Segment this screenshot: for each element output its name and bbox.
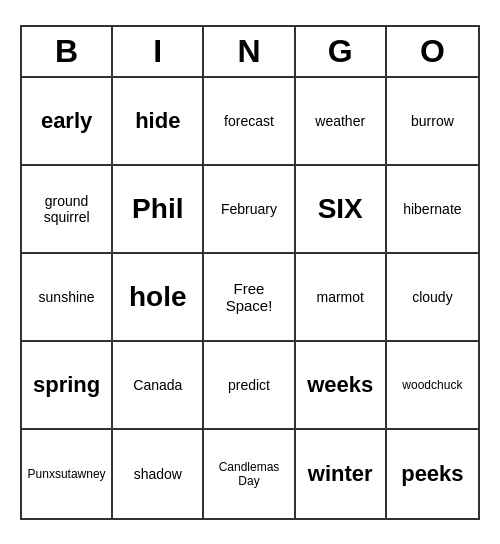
- bingo-cell: marmot: [296, 254, 387, 342]
- bingo-cell: early: [22, 78, 113, 166]
- bingo-cell: forecast: [204, 78, 295, 166]
- bingo-header: BINGO: [22, 27, 478, 78]
- bingo-cell: predict: [204, 342, 295, 430]
- bingo-cell: February: [204, 166, 295, 254]
- bingo-cell: Candlemas Day: [204, 430, 295, 518]
- bingo-cell: cloudy: [387, 254, 478, 342]
- bingo-cell: hide: [113, 78, 204, 166]
- bingo-cell: burrow: [387, 78, 478, 166]
- bingo-cell: sunshine: [22, 254, 113, 342]
- bingo-cell: peeks: [387, 430, 478, 518]
- header-letter: I: [113, 27, 204, 76]
- bingo-cell: woodchuck: [387, 342, 478, 430]
- bingo-cell: hibernate: [387, 166, 478, 254]
- bingo-cell: SIX: [296, 166, 387, 254]
- bingo-cell: winter: [296, 430, 387, 518]
- bingo-cell: spring: [22, 342, 113, 430]
- bingo-card: BINGO earlyhideforecastweatherburrowgrou…: [20, 25, 480, 520]
- bingo-cell: Free Space!: [204, 254, 295, 342]
- bingo-cell: Phil: [113, 166, 204, 254]
- bingo-cell: weather: [296, 78, 387, 166]
- header-letter: G: [296, 27, 387, 76]
- bingo-cell: Canada: [113, 342, 204, 430]
- bingo-cell: shadow: [113, 430, 204, 518]
- bingo-cell: ground squirrel: [22, 166, 113, 254]
- header-letter: O: [387, 27, 478, 76]
- header-letter: B: [22, 27, 113, 76]
- bingo-grid: earlyhideforecastweatherburrowground squ…: [22, 78, 478, 518]
- bingo-cell: weeks: [296, 342, 387, 430]
- header-letter: N: [204, 27, 295, 76]
- bingo-cell: Punxsutawney: [22, 430, 113, 518]
- bingo-cell: hole: [113, 254, 204, 342]
